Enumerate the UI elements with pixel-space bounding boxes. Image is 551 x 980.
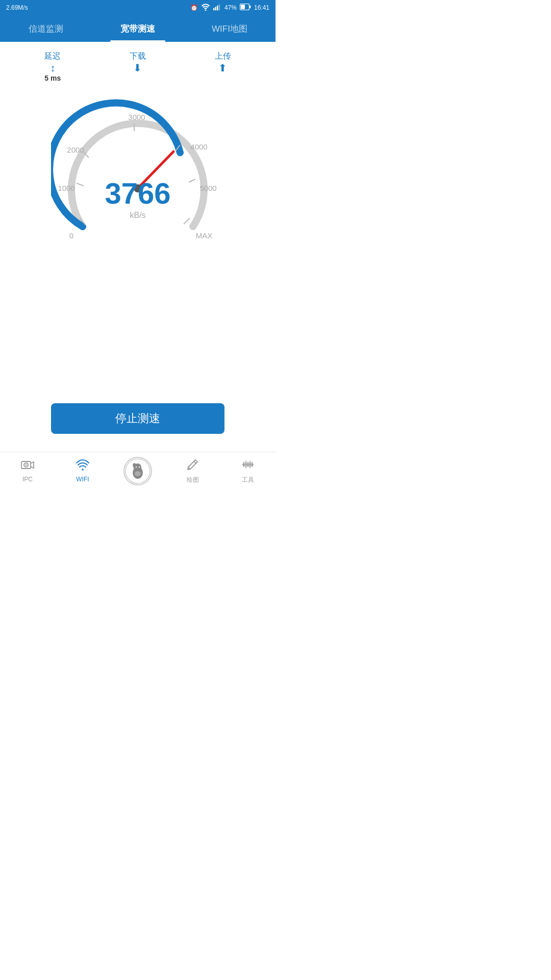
stop-button[interactable]: 停止测速: [51, 403, 224, 434]
clock-icon: ⏰: [190, 4, 198, 11]
network-speed: 2.69M/s: [6, 4, 28, 11]
svg-rect-2: [215, 7, 216, 10]
latency-value: 5 ms: [44, 74, 61, 82]
nav-draw[interactable]: 绘图: [165, 458, 220, 484]
svg-line-13: [189, 179, 195, 182]
svg-rect-1: [213, 8, 214, 10]
svg-text:5000: 5000: [199, 184, 216, 192]
tools-icon: [242, 458, 254, 474]
nav-ipc-label: IPC: [22, 476, 33, 483]
speedometer-wrapper: 0 1000 2000 3000 4000 5000 MAX 3766 kB/s: [51, 96, 224, 250]
svg-rect-7: [249, 6, 251, 8]
svg-point-29: [82, 469, 84, 471]
time-display: 16:41: [254, 4, 269, 11]
nav-ipc[interactable]: IPC: [0, 459, 55, 483]
svg-point-28: [26, 464, 27, 466]
svg-point-0: [205, 9, 206, 11]
nav-wifi[interactable]: WIFI: [55, 459, 110, 483]
nav-tools-label: 工具: [242, 476, 254, 484]
stop-button-container: 停止测速: [0, 388, 276, 449]
battery-icon: [240, 4, 251, 12]
status-bar: 2.69M/s ⏰ 47% 16:41: [0, 0, 276, 15]
latency-icon: ↕: [50, 63, 55, 73]
upload-label: 上传: [215, 51, 231, 62]
gauge-svg: 0 1000 2000 3000 4000 5000 MAX 3766 kB/s: [51, 96, 224, 250]
svg-text:3766: 3766: [105, 177, 170, 210]
svg-text:kB/s: kB/s: [130, 211, 145, 219]
wifi-nav-icon: [76, 459, 89, 474]
svg-text:3000: 3000: [128, 113, 145, 121]
svg-line-9: [77, 183, 84, 186]
svg-text:MAX: MAX: [196, 231, 213, 240]
svg-text:2000: 2000: [67, 145, 84, 154]
svg-line-14: [184, 218, 190, 224]
nav-tools[interactable]: 工具: [220, 458, 276, 484]
download-icon: ⬇: [133, 63, 142, 73]
svg-point-35: [139, 467, 140, 468]
svg-point-33: [135, 471, 141, 476]
draw-icon: [187, 458, 199, 474]
tab-wifimap[interactable]: WIFI地图: [184, 15, 276, 42]
metrics-row: 延迟 ↕ 5 ms 下载 ⬇ 上传 ⬆: [0, 42, 276, 86]
upload-icon: ⬆: [218, 63, 227, 73]
speedometer: 0 1000 2000 3000 4000 5000 MAX 3766 kB/s: [0, 91, 276, 255]
download-label: 下载: [130, 51, 146, 62]
signal-icon: [213, 4, 221, 12]
metric-upload: 上传 ⬆: [215, 51, 231, 73]
latency-label: 延迟: [44, 51, 61, 62]
svg-text:1000: 1000: [58, 184, 74, 192]
tab-speed[interactable]: 宽带测速: [92, 15, 184, 42]
center-icon: [123, 457, 152, 485]
nav-tabs: 信道监测 宽带测速 WIFI地图: [0, 15, 276, 42]
svg-text:0: 0: [69, 231, 73, 240]
battery-percentage: 47%: [224, 4, 237, 11]
tab-channel[interactable]: 信道监测: [0, 15, 92, 42]
nav-draw-label: 绘图: [187, 476, 199, 484]
svg-rect-6: [241, 5, 245, 9]
svg-point-34: [136, 467, 137, 468]
ipc-icon: [21, 459, 34, 474]
metric-latency: 延迟 ↕ 5 ms: [44, 51, 61, 82]
metric-download: 下载 ⬇: [130, 51, 146, 73]
nav-center[interactable]: [110, 457, 165, 485]
bottom-nav: IPC WIFI: [0, 452, 276, 490]
svg-text:4000: 4000: [190, 142, 207, 151]
nav-wifi-label: WIFI: [76, 476, 89, 483]
svg-rect-4: [219, 4, 220, 10]
wifi-status-icon: [201, 4, 210, 12]
svg-rect-3: [217, 5, 218, 10]
